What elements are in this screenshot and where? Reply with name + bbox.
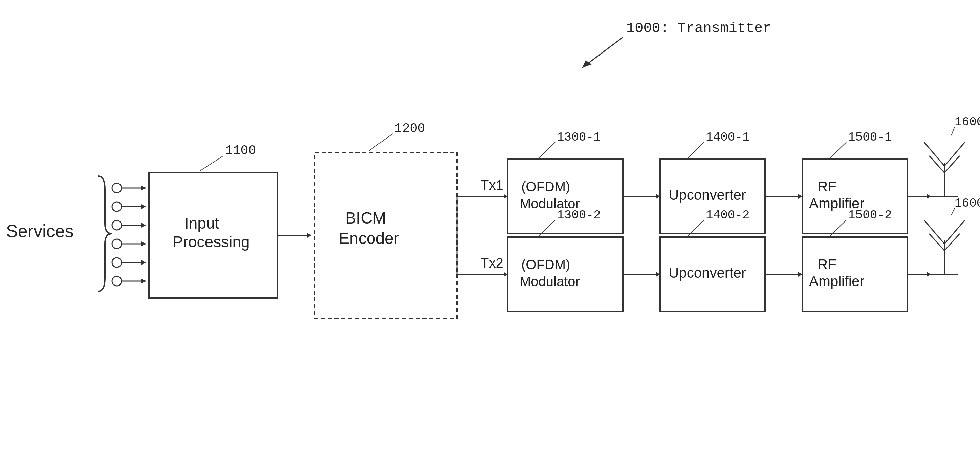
ofdm-mod2-label2: Modulator bbox=[520, 274, 580, 289]
ofdm-mod2-label1: (OFDM) bbox=[521, 257, 570, 272]
upconv2-label: Upconverter bbox=[668, 265, 746, 281]
ref-1600-1: 1600-1 bbox=[955, 115, 980, 129]
ref-1400-2: 1400-2 bbox=[706, 208, 750, 222]
ref-1300-2: 1300-2 bbox=[557, 208, 601, 222]
ref-1300-1: 1300-1 bbox=[557, 131, 601, 144]
transmitter-label: 1000: Transmitter bbox=[626, 20, 771, 37]
tx2-label: Tx2 bbox=[481, 255, 503, 270]
ref-1100: 1100 bbox=[225, 143, 256, 158]
input-processing-label: Input bbox=[185, 214, 220, 232]
tx1-label: Tx1 bbox=[481, 177, 503, 193]
diagram-container: 1000: Transmitter Services Input Process… bbox=[0, 0, 980, 465]
rf-amp2-label2: Amplifier bbox=[809, 273, 864, 289]
rf-amp2-label1: RF bbox=[818, 256, 837, 272]
ref-1500-1: 1500-1 bbox=[848, 131, 892, 144]
upconv1-label: Upconverter bbox=[668, 187, 746, 203]
ref-1500-2: 1500-2 bbox=[848, 208, 892, 222]
ref-1400-1: 1400-1 bbox=[706, 131, 750, 144]
ref-1600-2: 1600-2 bbox=[955, 196, 980, 210]
services-label: Services bbox=[6, 221, 73, 241]
bicm-encoder-label2: Encoder bbox=[339, 229, 399, 247]
ref-1200: 1200 bbox=[395, 121, 425, 136]
ofdm-mod1-label1: (OFDM) bbox=[521, 179, 570, 194]
bicm-encoder-label1: BICM bbox=[345, 209, 386, 227]
input-processing-label2: Processing bbox=[173, 233, 250, 251]
rf-amp1-label1: RF bbox=[818, 178, 837, 194]
